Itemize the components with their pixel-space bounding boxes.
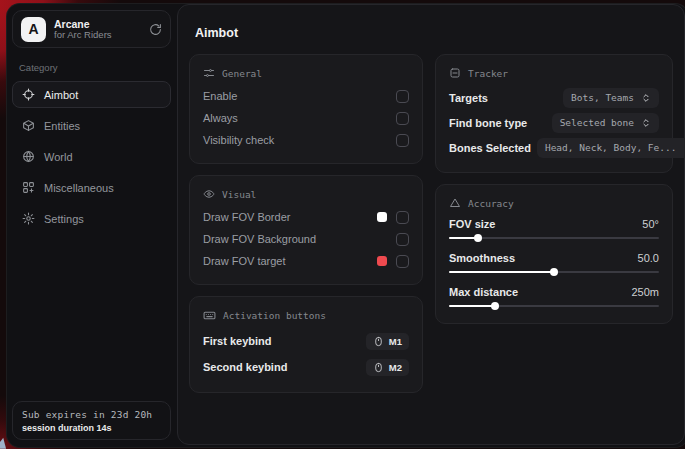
slider-thumb[interactable]: [491, 302, 499, 310]
triangle-icon: [449, 197, 461, 209]
crosshair-icon: [22, 88, 35, 101]
card-header: General: [222, 68, 262, 79]
targets-dropdown[interactable]: Bots, Teams: [563, 88, 659, 108]
bones-selected-dropdown[interactable]: Head, Neck, Body, Fe...: [537, 138, 685, 158]
refresh-icon[interactable]: [149, 23, 162, 36]
general-card: General Enable Always Visibility check: [189, 54, 423, 164]
grid-icon: [22, 181, 35, 194]
session-duration: session duration 14s: [22, 423, 161, 433]
scan-icon: [449, 67, 461, 79]
activation-card: Activation buttons First keybind M1: [189, 296, 423, 393]
slider-row-max-distance: Max distance 250m: [449, 283, 659, 311]
main-panel: Aimbot General: [177, 4, 685, 445]
globe-icon: [22, 150, 35, 163]
setting-row-enable: Enable: [203, 85, 409, 107]
app-window: A Arcane for Arc Riders Category: [6, 3, 685, 448]
fov-target-checkbox[interactable]: [396, 255, 409, 268]
sidebar-item-settings[interactable]: Settings: [12, 205, 171, 232]
smoothness-slider[interactable]: [449, 267, 659, 277]
gear-icon: [22, 212, 35, 225]
subscription-expiry: Sub expires in 23d 20h: [22, 409, 161, 420]
chevrons-up-down-icon: [641, 93, 651, 103]
setting-row-targets: Targets Bots, Teams: [449, 85, 659, 110]
find-bone-type-dropdown[interactable]: Selected bone: [552, 113, 659, 133]
slider-row-fov-size: FOV size 50°: [449, 215, 659, 243]
card-header: Activation buttons: [223, 310, 326, 321]
fov-border-checkbox[interactable]: [396, 211, 409, 224]
setting-row-fov-background: Draw FOV Background: [203, 228, 409, 250]
visual-card: Visual Draw FOV Border Draw FOV Backgrou…: [189, 175, 423, 285]
setting-row-first-keybind: First keybind M1: [203, 328, 409, 354]
sidebar-item-miscellaneous[interactable]: Miscellaneous: [12, 174, 171, 201]
max-distance-value: 250m: [631, 286, 659, 298]
sliders-icon: [203, 67, 215, 79]
smoothness-value: 50.0: [638, 252, 659, 264]
sidebar-item-label: Settings: [44, 213, 84, 225]
color-swatch-white[interactable]: [377, 212, 387, 222]
sidebar-nav: Aimbot Entities Wo: [12, 81, 171, 232]
max-distance-slider[interactable]: [449, 301, 659, 311]
app-logo: A: [21, 17, 46, 42]
setting-row-always: Always: [203, 107, 409, 129]
setting-row-bones-selected: Bones Selected Head, Neck, Body, Fe...: [449, 135, 659, 160]
mouse-icon: [373, 362, 384, 373]
sidebar-item-world[interactable]: World: [12, 143, 171, 170]
mouse-icon: [373, 336, 384, 347]
cube-icon: [22, 119, 35, 132]
first-keybind-button[interactable]: M1: [366, 333, 409, 350]
chevrons-up-down-icon: [641, 118, 651, 128]
app-tagline: for Arc Riders: [54, 30, 141, 41]
setting-row-visibility-check: Visibility check: [203, 129, 409, 151]
sidebar: A Arcane for Arc Riders Category: [7, 4, 177, 447]
screen: A Arcane for Arc Riders Category: [0, 0, 685, 449]
card-header: Visual: [222, 189, 256, 200]
always-checkbox[interactable]: [396, 112, 409, 125]
fov-background-checkbox[interactable]: [396, 233, 409, 246]
card-header: Accuracy: [468, 198, 514, 209]
page-title: Aimbot: [195, 26, 673, 40]
setting-row-fov-target: Draw FOV target: [203, 250, 409, 272]
keyboard-icon: [203, 309, 216, 322]
slider-thumb[interactable]: [550, 268, 558, 276]
sidebar-item-entities[interactable]: Entities: [12, 112, 171, 139]
enable-checkbox[interactable]: [396, 90, 409, 103]
sidebar-item-label: Entities: [44, 120, 80, 132]
fov-size-slider[interactable]: [449, 233, 659, 243]
setting-row-fov-border: Draw FOV Border: [203, 206, 409, 228]
app-name: Arcane: [54, 18, 141, 30]
tracker-card: Tracker Targets Bots, Teams: [435, 54, 673, 173]
accuracy-card: Accuracy FOV size 50°: [435, 184, 673, 324]
second-keybind-button[interactable]: M2: [366, 359, 409, 376]
subscription-card: Sub expires in 23d 20h session duration …: [12, 401, 171, 440]
eye-icon: [203, 188, 215, 200]
setting-row-second-keybind: Second keybind M2: [203, 354, 409, 380]
brand-card: A Arcane for Arc Riders: [12, 10, 171, 48]
sidebar-item-label: World: [44, 151, 73, 163]
card-header: Tracker: [468, 68, 508, 79]
sidebar-item-label: Aimbot: [44, 89, 78, 101]
sidebar-item-label: Miscellaneous: [44, 182, 114, 194]
category-label: Category: [19, 62, 171, 73]
setting-row-find-bone-type: Find bone type Selected bone: [449, 110, 659, 135]
color-swatch-red[interactable]: [377, 256, 387, 266]
sidebar-item-aimbot[interactable]: Aimbot: [12, 81, 171, 108]
visibility-check-checkbox[interactable]: [396, 134, 409, 147]
slider-row-smoothness: Smoothness 50.0: [449, 249, 659, 277]
slider-thumb[interactable]: [474, 234, 482, 242]
fov-size-value: 50°: [642, 218, 659, 230]
